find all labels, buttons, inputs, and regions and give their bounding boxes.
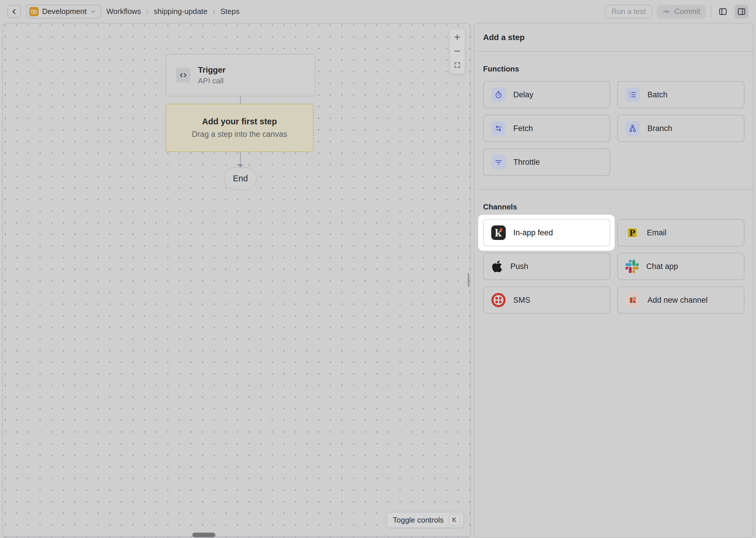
channel-card-push[interactable]: Push (483, 253, 610, 280)
channel-card-email[interactable]: P Email (617, 219, 744, 246)
breadcrumb-steps: Steps (220, 7, 240, 16)
chevron-left-icon (11, 8, 18, 15)
throttle-lines-icon (491, 155, 506, 169)
toggle-left-panel-button[interactable] (716, 5, 730, 19)
panel-left-icon (718, 7, 728, 16)
environment-label: Development (42, 7, 86, 16)
toggle-right-panel-button[interactable] (734, 5, 748, 19)
minus-icon (453, 47, 461, 55)
git-commit-icon (663, 8, 671, 16)
trigger-node[interactable]: Trigger API call (165, 54, 315, 96)
toggle-controls-label: Toggle controls (393, 515, 444, 525)
vertical-scrollbar-thumb[interactable] (468, 273, 469, 287)
edge-dropzone-to-end (240, 152, 241, 165)
branch-tree-icon (625, 121, 640, 136)
breadcrumb-workflow-name[interactable]: shipping-update (154, 7, 208, 16)
apple-logo (491, 260, 503, 273)
step-card-throttle[interactable]: Throttle (483, 148, 610, 176)
toolbar-divider (711, 6, 711, 18)
horizontal-scrollbar-track (3, 536, 470, 537)
knock-logo: k (491, 225, 506, 240)
channel-card-add-new[interactable]: Add new channel (617, 287, 744, 314)
dropzone-title: Add your first step (202, 117, 277, 126)
step-card-delay[interactable]: Delay (483, 81, 610, 108)
zoom-out-button[interactable] (449, 44, 465, 58)
chevron-down-icon (90, 8, 96, 15)
horizontal-scrollbar-thumb[interactable] (192, 532, 215, 537)
step-card-batch[interactable]: Batch (617, 81, 744, 108)
channels-section-label: Channels (483, 202, 744, 211)
add-first-step-dropzone[interactable]: Add your first step Drag a step into the… (165, 104, 313, 152)
workflow-canvas[interactable]: Trigger API call Add your first step Dra… (2, 23, 471, 538)
breadcrumb: Workflows shipping-update Steps (106, 7, 240, 16)
channel-card-sms[interactable]: SMS (483, 287, 610, 314)
environment-folder-icon (29, 7, 39, 16)
zoom-fit-button[interactable] (449, 58, 465, 72)
panel-title: Add a step (474, 24, 753, 52)
step-card-fetch[interactable]: Fetch (483, 115, 610, 142)
functions-section-label: Functions (483, 65, 744, 74)
breadcrumb-workflows[interactable]: Workflows (106, 7, 141, 16)
environment-selector[interactable]: Development (26, 5, 101, 19)
trigger-node-title: Trigger (198, 64, 226, 76)
commit-button[interactable]: Commit (657, 5, 706, 19)
functions-grid: Delay Batch Fetch (483, 81, 744, 176)
add-step-panel: Add a step Functions Delay Batch (474, 23, 754, 538)
channel-card-chat-app[interactable]: Chat app (617, 253, 744, 280)
channel-card-in-app-feed[interactable]: k In-app feed (483, 219, 610, 246)
code-icon (176, 68, 190, 82)
fetch-arrows-icon (491, 121, 506, 136)
plus-icon (453, 33, 461, 41)
canvas-zoom-controls (449, 28, 465, 74)
workflow-builder-app: Development Workflows shipping-update St… (0, 0, 756, 538)
chevron-right-icon (211, 9, 217, 15)
keyboard-shortcut-key: K (449, 514, 460, 525)
zoom-in-button[interactable] (449, 30, 465, 44)
slack-logo (625, 260, 639, 273)
end-node[interactable]: End (224, 167, 257, 190)
top-bar: Development Workflows shipping-update St… (0, 0, 756, 23)
edge-trigger-to-dropzone (240, 96, 241, 104)
twilio-logo (491, 293, 506, 307)
batch-list-icon (625, 87, 640, 102)
step-card-branch[interactable]: Branch (617, 115, 744, 142)
add-channel-grid-icon (625, 293, 640, 307)
chevron-right-icon (145, 9, 150, 15)
run-a-test-button[interactable]: Run a test (605, 5, 652, 19)
top-bar-actions: Run a test Commit (605, 5, 748, 19)
panel-right-icon (737, 7, 746, 16)
postmark-stamp-logo: P (625, 226, 639, 240)
stopwatch-icon (491, 87, 506, 102)
back-button[interactable] (8, 5, 21, 18)
trigger-node-subtitle: API call (198, 76, 226, 86)
channels-grid: k In-app feed P Email Push (483, 219, 744, 314)
toggle-controls-button[interactable]: Toggle controls K (386, 512, 464, 528)
fit-view-icon (453, 61, 461, 69)
section-divider (474, 189, 753, 190)
dropzone-subtitle: Drag a step into the canvas (192, 130, 287, 139)
svg-text:P: P (629, 228, 635, 238)
